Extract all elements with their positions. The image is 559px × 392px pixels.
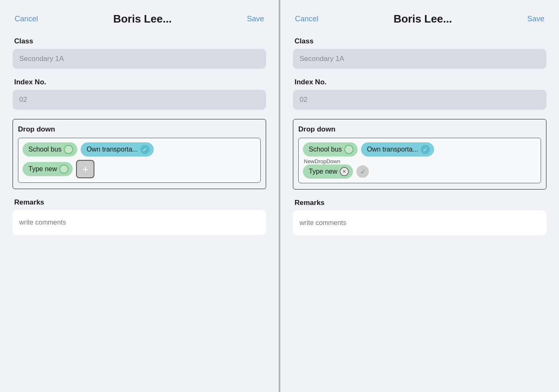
right-remarks-label: Remarks	[293, 199, 546, 207]
right-dropdown-container: Drop down School bus Own transporta... ✓…	[293, 119, 546, 190]
right-tag-own-transport-check: ✓	[421, 145, 430, 154]
right-dropdown-row-2: Type new ✕ ✓	[303, 164, 536, 179]
right-type-new-x-icon[interactable]: ✕	[340, 167, 349, 176]
right-confirm-button[interactable]: ✓	[356, 165, 369, 178]
right-remarks-input[interactable]	[293, 210, 546, 235]
left-add-button[interactable]: +	[76, 160, 94, 178]
right-dropdown-items-box: School bus Own transporta... ✓ NewDropDo…	[298, 138, 541, 183]
left-class-input[interactable]	[13, 49, 266, 69]
right-tag-school-bus-label: School bus	[309, 146, 342, 153]
right-tag-own-transport[interactable]: Own transporta... ✓	[361, 142, 434, 157]
right-dropdown-row-1: School bus Own transporta... ✓	[303, 142, 536, 157]
right-tag-school-bus-circle	[344, 145, 353, 154]
left-dropdown-items-box: School bus Own transporta... ✓ Type new	[18, 138, 261, 183]
left-tag-school-bus[interactable]: School bus	[23, 142, 77, 157]
left-dropdown-container: Drop down School bus Own transporta... ✓	[13, 119, 266, 189]
right-dropdown-label: Drop down	[298, 125, 541, 134]
right-remarks-section: Remarks	[293, 199, 546, 235]
left-add-icon: +	[82, 163, 89, 176]
left-cancel-button[interactable]: Cancel	[15, 15, 38, 23]
left-header: Cancel Boris Lee... Save	[13, 13, 266, 25]
right-class-input[interactable]	[293, 49, 546, 69]
left-remarks-section: Remarks	[13, 198, 266, 235]
left-type-new-circle	[59, 164, 69, 174]
left-remarks-input[interactable]	[13, 210, 266, 235]
left-tag-school-bus-label: School bus	[28, 146, 61, 153]
right-type-new-editing-tag[interactable]: Type new ✕	[303, 164, 353, 179]
left-type-new-label: Type new	[28, 165, 57, 173]
left-tag-school-bus-circle	[64, 145, 73, 154]
right-tag-own-transport-label: Own transporta...	[367, 146, 418, 153]
right-new-dropdown-label: NewDropDown	[303, 158, 536, 164]
right-index-label: Index No.	[293, 78, 546, 86]
left-dropdown-row-1: School bus Own transporta... ✓	[23, 142, 256, 157]
right-screen: Cancel Boris Lee... Save Class Index No.…	[280, 0, 559, 392]
left-class-label: Class	[13, 37, 266, 46]
left-screen: Cancel Boris Lee... Save Class Index No.…	[0, 0, 279, 392]
left-tag-own-transport[interactable]: Own transporta... ✓	[81, 142, 154, 157]
left-dropdown-label: Drop down	[18, 125, 261, 134]
right-cancel-button[interactable]: Cancel	[295, 15, 318, 23]
right-index-input[interactable]	[293, 90, 546, 110]
left-dropdown-row-2: Type new +	[23, 160, 256, 178]
left-tag-own-transport-check: ✓	[140, 145, 150, 154]
right-confirm-checkmark: ✓	[360, 168, 366, 176]
right-class-label: Class	[293, 37, 546, 46]
left-index-input[interactable]	[13, 90, 266, 110]
left-save-button[interactable]: Save	[247, 15, 264, 23]
right-type-new-editing-label: Type new	[309, 168, 337, 175]
right-save-button[interactable]: Save	[527, 15, 544, 23]
right-tag-school-bus[interactable]: School bus	[303, 142, 358, 157]
left-tag-own-transport-label: Own transporta...	[86, 146, 138, 153]
left-index-label: Index No.	[13, 78, 266, 86]
right-header: Cancel Boris Lee... Save	[293, 13, 546, 25]
right-title: Boris Lee...	[394, 13, 452, 25]
left-type-new-tag[interactable]: Type new	[23, 162, 73, 176]
left-title: Boris Lee...	[113, 13, 172, 25]
left-remarks-label: Remarks	[13, 198, 266, 207]
